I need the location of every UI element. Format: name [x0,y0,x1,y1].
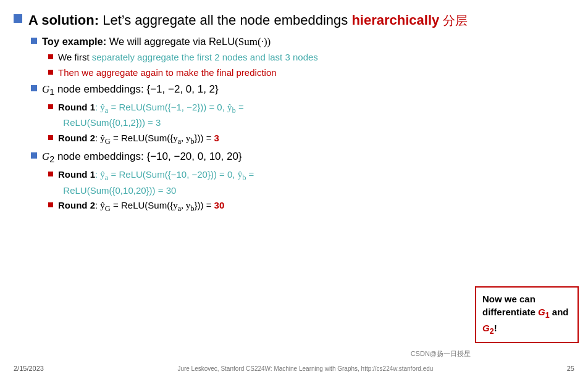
g2-round2-label: Round 2 [58,200,95,210]
g2-round2-marker [48,202,53,207]
popup-box: Now we can differentiate G1 and G2! [475,286,579,343]
g1-section: G1 node embeddings: {−1, −2, 0, 1, 2} Ro… [31,82,574,147]
chinese-annotation: 分层 [443,14,468,27]
csdn-watermark: CSDN@扬一日授星 [411,349,471,358]
g1-bullet-item: G1 node embeddings: {−1, −2, 0, 1, 2} [31,82,574,99]
top-bullet-text: A solution: Let’s aggregate all the node… [28,11,468,30]
level2-section: Toy example: We will aggregate via ReLU(… [31,35,574,80]
level3-section: We first separately aggregate the first … [48,51,574,80]
solution-prefix: A solution: [28,12,99,28]
g1-round1-item: Round 1: ŷa = ReLU(Sum({−1, −2})) = 0, ŷ… [48,101,574,130]
g1-round2-item: Round 2: ŷG = ReLU(Sum({ya, yb})) = 3 [48,131,574,147]
footer: 2/15/2023 Jure Leskovec, Stanford CS224W… [0,365,588,372]
g1-round2-marker [48,135,53,140]
toy-example-item: Toy example: We will aggregate via ReLU(… [31,35,574,49]
slide-content: A solution: Let’s aggregate all the node… [0,0,588,223]
g2-italic: G [42,151,49,162]
g2-round1-marker [48,172,53,176]
popup-and: and [550,307,569,317]
level3-item-2: Then we aggregate again to make the fina… [48,66,574,80]
toy-example-prefix: Toy example: [42,36,106,47]
g1-sub: 1 [49,87,54,97]
g2-round1-text: Round 1: ŷa = ReLU(Sum({−10, −20})) = 0,… [58,168,254,197]
level3-text-2: Then we aggregate again to make the fina… [58,66,277,80]
popup-line1: Now we can differentiate [482,294,538,317]
level2-marker [31,38,37,44]
g2-bullet-item: G2 node embeddings: {−10, −20, 0, 10, 20… [31,149,574,166]
popup-g2: G2 [482,323,494,333]
g1-round2-math: ŷG [100,133,111,143]
page-number: 25 [567,365,574,372]
g1-italic: G [42,83,49,95]
g1-round2-label: Round 2 [58,133,95,143]
top-bullet-marker [14,14,22,23]
footer-attribution: Jure Leskovec, Stanford CS224W: Machine … [177,365,433,372]
separately-agg-text: separately aggregate the first 2 nodes a… [92,52,318,62]
g2-round1-label: Round 1 [58,169,95,180]
g1-answer: 3 [214,133,219,143]
g2-answer: 30 [214,200,225,210]
g2-marker [31,152,37,159]
popup-excl: ! [494,323,497,333]
hierarchically-keyword: hierarchically [351,12,439,28]
g2-round2-math: ŷG [100,201,111,210]
level3-text-1: We first separately aggregate the first … [58,51,318,64]
g1-round1-marker [48,104,53,109]
level3-marker-2 [48,70,53,75]
g2-rounds: Round 1: ŷa = ReLU(Sum({−10, −20})) = 0,… [48,168,574,214]
g2-round2-item: Round 2: ŷG = ReLU(Sum({ya, yb})) = 30 [48,199,574,214]
g1-round2-text: Round 2: ŷG = ReLU(Sum({ya, yb})) = 3 [58,131,219,147]
level3-item-1: We first separately aggregate the first … [48,51,574,64]
g2-section: G2 node embeddings: {−10, −20, 0, 10, 20… [31,149,574,214]
toy-example-text: Toy example: We will aggregate via ReLU(… [42,35,271,49]
solution-text: Let’s aggregate all the node embeddings [99,12,351,28]
footer-date: 2/15/2023 [14,365,44,372]
popup-g1: G1 [538,307,550,317]
top-bullet: A solution: Let’s aggregate all the node… [14,11,574,30]
then-agg-text: Then we aggregate again to make the fina… [58,67,277,78]
g2-text: G2 node embeddings: {−10, −20, 0, 10, 20… [42,149,242,166]
g2-round2-text: Round 2: ŷG = ReLU(Sum({ya, yb})) = 30 [58,199,224,214]
toy-example-math: (Sum(·)) [235,36,271,48]
level3-marker-1 [48,54,53,59]
toy-example-body: We will aggregate via ReLU [106,36,235,47]
g1-text: G1 node embeddings: {−1, −2, 0, 1, 2} [42,82,219,99]
g2-sub: 2 [49,155,54,165]
g2-round1-item: Round 1: ŷa = ReLU(Sum({−10, −20})) = 0,… [48,168,574,197]
g1-round1-label: Round 1 [58,102,95,112]
g1-marker [31,85,37,91]
g1-round1-text: Round 1: ŷa = ReLU(Sum({−1, −2})) = 0, ŷ… [58,101,244,130]
g1-rounds: Round 1: ŷa = ReLU(Sum({−1, −2})) = 0, ŷ… [48,101,574,147]
